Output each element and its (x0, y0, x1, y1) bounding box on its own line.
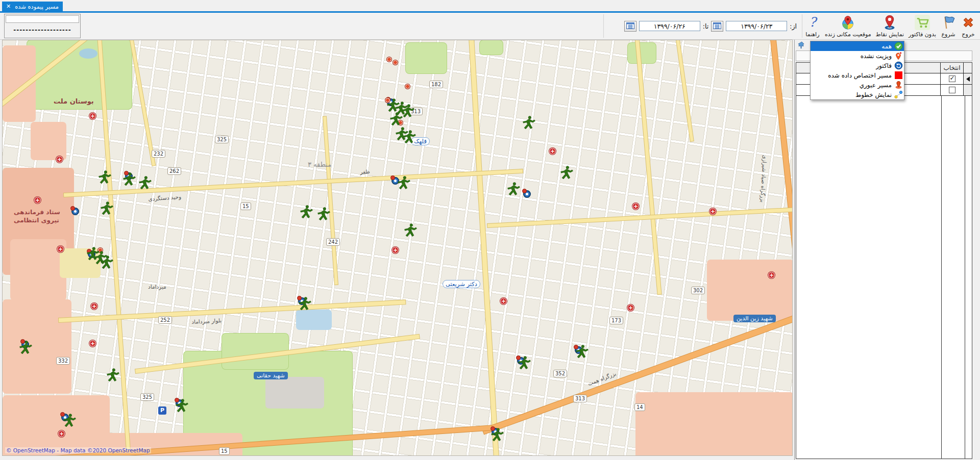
toolbar: ------------------- از: تا: خروجشروعبدون… (0, 13, 980, 40)
device-grid: نام دستگاه انتخاب Visitor 2Visitor 1 (796, 62, 972, 459)
exit-button[interactable]: خروج (960, 14, 977, 38)
map-label: شهید حقانی (254, 372, 288, 379)
map[interactable]: © OpenStreetMap - Map data ©2020 OpenStr… (2, 40, 793, 456)
menu-item[interactable]: نمایش خطوط (811, 90, 904, 99)
date-from-input[interactable] (726, 21, 787, 31)
road-ref-badge: 173 (609, 317, 623, 324)
medical-cross-icon (56, 156, 63, 163)
walker-marker[interactable] (175, 399, 189, 413)
device-checkbox[interactable] (949, 75, 955, 82)
road-ref-badge: 14 (634, 403, 645, 411)
map-attribution: © OpenStreetMap - Map data ©2020 OpenStr… (5, 447, 151, 453)
menu-item[interactable]: فاکتور (811, 61, 904, 70)
walker-marker[interactable] (389, 112, 403, 126)
walker-marker[interactable] (317, 207, 331, 221)
walker-marker[interactable] (100, 255, 114, 269)
park-patch (628, 43, 656, 63)
visitor-pin-marker[interactable] (523, 190, 531, 198)
walker-marker[interactable] (560, 166, 574, 180)
road-ref-badge: 15 (240, 202, 251, 210)
flag-icon (941, 15, 956, 31)
map-label: ظفر (360, 168, 370, 175)
date-from-label: از: (790, 22, 797, 30)
column-header-indicator (964, 63, 972, 73)
road-ref-badge: 15 (219, 447, 230, 455)
without-invoice-button[interactable]: بدون فاکتور (908, 14, 937, 38)
medical-cross-icon (709, 208, 716, 215)
device-panel: نام دستگاه انتخاب Visitor 2Visitor 1 (794, 40, 980, 460)
date-to-input[interactable] (639, 21, 700, 31)
svg-text:?: ? (809, 15, 818, 30)
help-button[interactable]: ?راهنما (804, 14, 821, 38)
date-to-calendar-button[interactable] (624, 21, 636, 32)
mini-field[interactable] (6, 15, 79, 23)
globe-icon (840, 15, 855, 31)
zone (3, 299, 71, 394)
walker-marker[interactable] (122, 172, 136, 186)
walker-marker[interactable] (63, 414, 77, 427)
walker-marker[interactable] (575, 345, 589, 359)
walker-marker[interactable] (298, 297, 312, 311)
walker-marker[interactable] (403, 130, 416, 144)
tab-close-icon[interactable]: ✕ (6, 3, 11, 10)
walker-marker[interactable] (401, 104, 415, 118)
road-ref-badge: 302 (691, 287, 705, 294)
map-label: بوستان ملت (54, 97, 94, 105)
walker-marker[interactable] (138, 176, 152, 190)
road-ref-badge: 232 (152, 150, 165, 158)
walker-marker[interactable] (19, 341, 33, 354)
route-point-marker (387, 57, 391, 62)
visitor-pin-marker[interactable] (71, 208, 79, 215)
red-square-icon (894, 71, 903, 80)
column-header-select[interactable]: انتخاب (940, 63, 964, 73)
walker-marker[interactable] (397, 176, 411, 190)
date-from-calendar-button[interactable] (711, 21, 723, 32)
grid-empty-area (796, 96, 972, 458)
zone (635, 392, 793, 456)
walker-marker[interactable] (98, 170, 112, 184)
walker-marker[interactable] (404, 223, 418, 237)
walker-marker[interactable] (522, 116, 536, 130)
walker-marker[interactable] (518, 356, 531, 370)
show-points-button[interactable]: نمایش نقاط (875, 14, 905, 38)
medical-cross-icon (57, 246, 64, 252)
map-label: میرداماد (148, 284, 166, 290)
walker-marker[interactable] (106, 368, 120, 382)
close-icon (961, 15, 976, 31)
question-icon: ? (805, 15, 820, 31)
menu-item[interactable]: ویزیت نشده (811, 51, 904, 61)
medical-cross-icon (500, 298, 507, 304)
medical-cross-icon (627, 304, 634, 311)
road-ref-badge: 252 (158, 316, 172, 324)
walker-marker[interactable] (300, 205, 313, 219)
map-label: نیروی انتظامی (14, 217, 59, 224)
park-patch (406, 43, 447, 73)
device-checkbox[interactable] (949, 87, 955, 93)
tab-traveled-route[interactable]: مسیر پیموده شده ✕ (2, 2, 63, 11)
start-button[interactable]: شروع (940, 14, 957, 38)
road-ref-badge: 352 (553, 370, 567, 377)
walker-marker[interactable] (491, 428, 504, 442)
road-mirdamad (59, 300, 405, 322)
menu-item[interactable]: همه (811, 41, 904, 51)
menu-item[interactable]: مسیر اختصاص داده شده (811, 70, 904, 80)
building-blue (296, 310, 332, 330)
map-label: بلوار میرداماد (191, 317, 222, 325)
medical-cross-icon (89, 113, 96, 119)
menu-item[interactable]: مسیر عبوري (811, 80, 904, 90)
road (469, 40, 499, 456)
pushpin-icon[interactable] (797, 41, 805, 49)
live-location-button[interactable]: موقعیت مکانی زنده (824, 14, 872, 38)
mini-dashes: ------------------- (5, 27, 80, 34)
walker-marker[interactable] (507, 182, 521, 196)
medical-cross-icon (91, 303, 97, 310)
left-mini-panel: ------------------- (4, 14, 81, 38)
park-patch (480, 40, 503, 55)
route-point-marker (405, 84, 410, 89)
route-lines-icon (894, 90, 903, 99)
road-ref-badge: 332 (56, 357, 70, 365)
visit-pin-icon (894, 52, 903, 60)
transit-pin-icon (894, 81, 903, 89)
road-ref-badge: 325 (140, 393, 154, 401)
walker-marker[interactable] (100, 201, 114, 215)
